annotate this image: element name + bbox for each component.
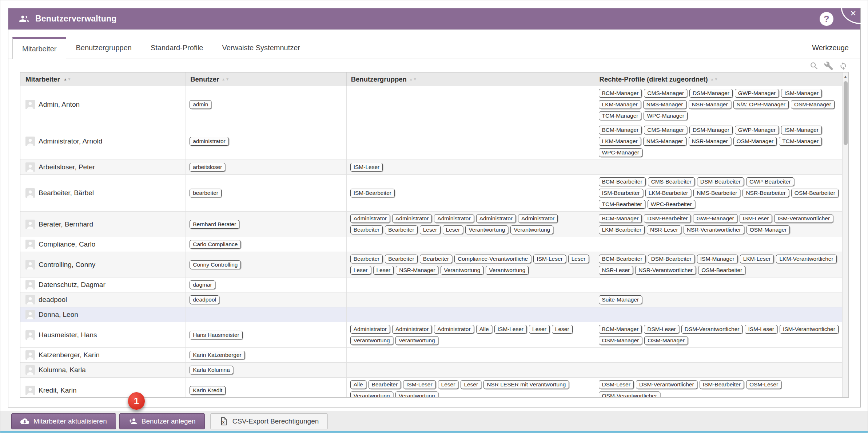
user-badge: Karin Kredit: [190, 386, 226, 395]
table-row[interactable]: Controlling, Conny Conny Controlling Bea…: [20, 252, 848, 277]
profile-badge: BCM-Manager: [599, 325, 642, 334]
column-header-benutzer[interactable]: Benutzer ▲▼: [186, 72, 347, 86]
wrench-icon[interactable]: [824, 61, 833, 71]
user-avatar-icon: [25, 162, 35, 172]
window-bottom-edge: [0, 431, 868, 433]
sort-asc-icon[interactable]: ▲: [409, 77, 413, 81]
group-badge: Administrator: [350, 214, 390, 223]
groups-cell: BearbeiterBearbeiterBearbeiterCompliance…: [347, 252, 595, 277]
group-badge: Bearbeiter: [385, 255, 418, 263]
profile-badge: LKM-Manager: [599, 100, 641, 109]
svg-text:x: x: [222, 420, 225, 424]
user-avatar-icon: [25, 260, 35, 269]
user-avatar-icon: [25, 240, 35, 249]
close-button[interactable]: ✕: [841, 8, 861, 24]
profiles-cell: BCM-ManagerDSM-LeserDSM-Verantwortlicher…: [595, 322, 848, 347]
benutzer-anlegen-button[interactable]: Benutzer anlegen: [119, 413, 205, 429]
groups-cell: [347, 86, 595, 123]
search-icon[interactable]: [809, 61, 819, 71]
profile-badge: ISM-Leser: [740, 214, 772, 223]
profile-badge: Suite-Manager: [599, 295, 642, 304]
profile-badge: ISM-Bearbeiter: [700, 380, 744, 389]
vertical-scrollbar[interactable]: ▲: [842, 72, 848, 397]
table-row[interactable]: Bearbeiter, Bärbel bearbeiter ISM-Bearbe…: [20, 175, 848, 212]
table-row[interactable]: Kredit, Karin Karin Kredit AlleBearbeite…: [20, 378, 848, 397]
profile-badge: N/A: OPR-Manager: [733, 100, 789, 109]
profile-badge: NMS-Manager: [643, 137, 686, 146]
user-badge: Bernhard Berater: [190, 220, 239, 229]
table-row[interactable]: Administrator, Arnold administrator BCM-…: [20, 123, 848, 160]
group-badge: Leser: [461, 380, 481, 389]
user-plus-icon: [128, 417, 137, 426]
user-cell: Carlo Compliance: [186, 237, 347, 252]
user-cell: Karla Kolumna: [186, 363, 347, 377]
column-header-benutzergruppen[interactable]: Benutzergruppen ▲▼: [347, 72, 595, 86]
table-row[interactable]: deadpool deadpool Suite-Manager: [20, 292, 848, 307]
tab-mitarbeiter[interactable]: Mitarbeiter: [12, 37, 66, 59]
profile-badge: ISM-Verantwortlicher: [780, 325, 839, 334]
help-button[interactable]: ?: [820, 12, 833, 26]
column-label: Rechte-Profile (direkt zugeordnet): [600, 75, 708, 83]
group-badge: Bearbeiter: [350, 225, 383, 234]
table-header-row: Mitarbeiter ▲▼ Benutzer ▲▼ Benutzergrupp…: [20, 72, 848, 86]
group-badge: Administrator: [392, 325, 432, 334]
table-row[interactable]: Arbeitsloser, Peter arbeitsloser ISM-Les…: [20, 160, 848, 175]
groups-cell: [347, 237, 595, 252]
table-body: Admin, Anton admin BCM-ManagerCMS-Manage…: [20, 86, 848, 397]
sort-desc-icon[interactable]: ▼: [226, 77, 229, 81]
refresh-icon[interactable]: [839, 61, 848, 71]
table-row[interactable]: Datenschutz, Dagmar dagmar: [20, 277, 848, 292]
profile-badge: GWP-Manager: [735, 89, 779, 98]
table-row[interactable]: Katzenberger, Karin Karin Katzenberger: [20, 348, 848, 363]
button-label: Benutzer anlegen: [142, 417, 196, 425]
sort-desc-icon[interactable]: ▼: [413, 77, 417, 81]
window-titlebar: Benutzerverwaltung ? ✕: [8, 8, 860, 29]
scroll-up-icon[interactable]: ▲: [843, 72, 848, 80]
table-row[interactable]: Compliance, Carlo Carlo Compliance: [20, 237, 848, 252]
profiles-cell: BCM-ManagerCMS-ManagerDSM-ManagerGWP-Man…: [595, 123, 848, 160]
user-avatar-icon: [25, 310, 35, 319]
profile-badge: TCM-Manager: [599, 111, 642, 120]
employee-cell: Administrator, Arnold: [20, 123, 186, 160]
table-row[interactable]: Hausmeister, Hans Hans Hausmeister Admin…: [20, 322, 848, 348]
scrollbar-thumb[interactable]: [844, 81, 848, 145]
group-badge: Leser: [552, 325, 573, 334]
button-label: CSV-Export Berechtigungen: [232, 417, 319, 425]
profile-badge: OSM-Verantwortlicher: [599, 391, 661, 397]
employee-name: Bearbeiter, Bärbel: [39, 189, 94, 197]
sort-asc-icon[interactable]: ▲: [710, 77, 714, 81]
column-header-mitarbeiter[interactable]: Mitarbeiter ▲▼: [20, 72, 186, 86]
profile-badge: NSR-Bearbeiter: [742, 189, 789, 197]
csv-export-button[interactable]: x CSV-Export Berechtigungen: [210, 413, 328, 429]
mitarbeiter-aktualisieren-button[interactable]: Mitarbeiter aktualisieren: [11, 413, 116, 429]
profile-badge: TCM-Bearbeiter: [599, 200, 645, 209]
employee-name: Donna, Leon: [39, 311, 78, 319]
employee-table: Mitarbeiter ▲▼ Benutzer ▲▼ Benutzergrupp…: [20, 72, 849, 398]
sort-desc-icon[interactable]: ▼: [714, 77, 718, 81]
profile-badge: LKM-Leser: [740, 255, 774, 263]
tab-verwaiste-systemnutzer[interactable]: Verwaiste Systemnutzer: [212, 37, 310, 59]
groups-cell: [347, 348, 595, 362]
table-row[interactable]: Kolumna, Karla Karla Kolumna: [20, 363, 848, 378]
column-header-rechte-profile[interactable]: Rechte-Profile (direkt zugeordnet) ▲▼: [595, 72, 848, 86]
user-cell: admin: [186, 86, 347, 123]
sort-asc-icon[interactable]: ▲: [222, 77, 225, 81]
group-badge: Administrator: [434, 214, 474, 223]
profile-badge: DSM-Verantwortlicher: [681, 325, 743, 334]
profile-badge: OSM-Manager: [746, 225, 790, 234]
group-badge: ISM-Leser: [403, 380, 436, 389]
table-row[interactable]: Donna, Leon: [20, 307, 848, 322]
werkzeuge-link[interactable]: Werkzeuge: [812, 44, 849, 52]
annotation-marker-1: 1: [128, 392, 145, 410]
profile-badge: DSM-Leser: [644, 325, 679, 334]
table-row[interactable]: Berater, Bernhard Bernhard Berater Admin…: [20, 212, 848, 237]
tab-benutzergruppen[interactable]: Benutzergruppen: [66, 37, 141, 59]
table-row[interactable]: Admin, Anton admin BCM-ManagerCMS-Manage…: [20, 86, 848, 123]
close-icon: ✕: [850, 9, 856, 18]
sort-desc-icon[interactable]: ▼: [67, 77, 71, 81]
employee-cell: Bearbeiter, Bärbel: [20, 175, 186, 211]
tab-standard-profile[interactable]: Standard-Profile: [141, 37, 213, 59]
profile-badge: GWP-Bearbeiter: [746, 177, 794, 186]
sort-asc-icon[interactable]: ▲: [64, 77, 67, 81]
employee-cell: Katzenberger, Karin: [20, 348, 186, 362]
